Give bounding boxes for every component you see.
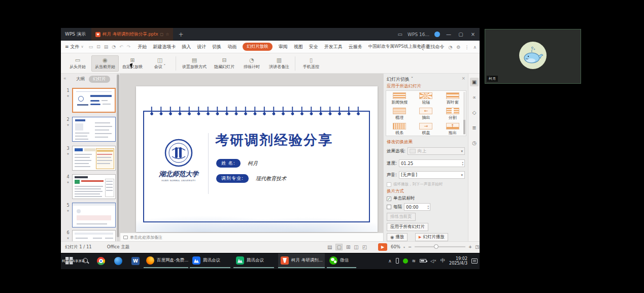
- tab-home[interactable]: 开始: [138, 44, 147, 50]
- reading-view-icon[interactable]: ◰: [362, 244, 367, 250]
- avatar[interactable]: [434, 31, 440, 37]
- transition-pane-icon[interactable]: ▣: [470, 78, 479, 86]
- search-icon[interactable]: [418, 45, 422, 49]
- battery-icon[interactable]: [420, 259, 426, 263]
- undo-icon[interactable]: ↶: [119, 44, 123, 49]
- normal-view-icon[interactable]: ▢: [335, 244, 342, 250]
- effect-blinds[interactable]: 百叶窗: [439, 92, 466, 107]
- slide-thumbnail-2[interactable]: [72, 117, 116, 142]
- sound-dropdown[interactable]: [无声音] ▾: [399, 171, 465, 179]
- play-button[interactable]: ◉ 播放: [387, 233, 408, 241]
- speed-spinner[interactable]: 01.25 ▴▾: [399, 159, 465, 167]
- apply-to-all-button[interactable]: 应用于所有幻灯片: [387, 223, 428, 231]
- from-current-button[interactable]: ◉ 从当前开始: [91, 55, 119, 72]
- effect-pull[interactable]: ←分割抽出: [413, 107, 439, 122]
- effect-push[interactable]: ↑推出: [439, 122, 466, 138]
- animation-pane-icon[interactable]: ◇: [470, 108, 479, 117]
- rehearse-timing-button[interactable]: ◔ 排练计时: [238, 56, 265, 71]
- phone-icon[interactable]: [396, 258, 399, 264]
- from-beginning-button[interactable]: ▭ 从头开始: [64, 56, 91, 71]
- restore-button[interactable]: ▢: [457, 31, 464, 37]
- tab-outline[interactable]: 大纲: [76, 76, 85, 82]
- slide-thumbnail-4[interactable]: [72, 174, 116, 199]
- redo-icon[interactable]: ↷: [127, 44, 131, 49]
- zoom-slider[interactable]: [415, 246, 465, 247]
- effect-checker[interactable]: →棋盘: [413, 122, 439, 138]
- loop-sound-checkbox[interactable]: 循环播放，到下一声音开始时: [387, 182, 443, 187]
- star-icon[interactable]: ☆: [165, 32, 169, 37]
- tab-design[interactable]: 设计: [197, 44, 206, 50]
- taskbar-tencent-meeting-2[interactable]: 腾讯会议: [233, 253, 274, 268]
- effect-comb[interactable]: 梳理: [386, 107, 413, 122]
- notification-center-icon[interactable]: [471, 258, 478, 264]
- interval-spinner[interactable]: 00:00 ▴▾: [404, 203, 430, 211]
- tab-view[interactable]: 视图: [294, 44, 303, 50]
- collapse-panel-icon[interactable]: «: [63, 76, 66, 81]
- two-page-view-icon[interactable]: ◫: [354, 244, 358, 250]
- university-logo[interactable]: 湖北师范大学 HUBEI NORMAL UNIVERSITY: [150, 138, 207, 182]
- slide-canvas[interactable]: 湖北师范大学 HUBEI NORMAL UNIVERSITY 考研调剂经验分享 …: [136, 86, 378, 232]
- slide-title[interactable]: 考研调剂经验分享: [215, 131, 333, 149]
- tab-animation[interactable]: 动画: [227, 44, 236, 50]
- zoom-level[interactable]: 60%: [391, 244, 400, 249]
- find-command[interactable]: 查找命令: [426, 44, 444, 50]
- account-label[interactable]: WPS 16...: [408, 32, 429, 37]
- effect-newsflash[interactable]: 新闻快报: [386, 92, 413, 107]
- sync-icon[interactable]: ◔: [112, 44, 116, 49]
- zoom-out-button[interactable]: −: [408, 244, 412, 249]
- taskbar-browser-app[interactable]: [112, 253, 125, 268]
- effect-lines[interactable]: 线条: [386, 122, 413, 138]
- spinner-arrows-icon[interactable]: ▴▾: [462, 160, 463, 167]
- minimize-button[interactable]: —: [445, 31, 452, 37]
- taskbar-wechat[interactable]: 微信: [327, 253, 356, 268]
- gear-icon[interactable]: ⚙: [456, 45, 460, 50]
- monitor-icon[interactable]: ▭: [398, 31, 402, 37]
- file-menu[interactable]: ≡ 文件 ∨: [65, 44, 84, 50]
- slide-thumbnail-3[interactable]: [72, 146, 116, 171]
- wechat-tray-icon[interactable]: [403, 258, 408, 264]
- fit-window-icon[interactable]: ◳: [475, 244, 479, 249]
- taskbar-tencent-meeting-1[interactable]: 腾讯会议: [190, 253, 230, 268]
- setup-show-button[interactable]: ▤ 设置放映方式: [178, 56, 211, 71]
- tray-expand-icon[interactable]: ∧: [388, 258, 392, 264]
- chevron-down-icon[interactable]: ▾: [403, 245, 405, 249]
- speaker-muted-icon[interactable]: ◁×: [430, 258, 436, 264]
- taskbar-word[interactable]: W: [129, 253, 142, 268]
- close-icon[interactable]: ×: [461, 76, 465, 81]
- effect-option-dropdown[interactable]: 向上 ▾: [408, 147, 465, 155]
- meeting-button[interactable]: ◫ 会议 ˇ: [146, 56, 174, 71]
- tab-insert[interactable]: 插入: [182, 44, 191, 50]
- rehearse-current-button[interactable]: 排练当前页: [387, 213, 416, 221]
- major-field[interactable]: 调剂专业: 现代教育技术: [216, 174, 286, 183]
- zoom-slider-thumb[interactable]: [434, 244, 438, 249]
- slide-thumbnail-1[interactable]: [72, 88, 116, 113]
- tab-transition[interactable]: 切换: [212, 44, 221, 50]
- sorter-view-icon[interactable]: ⊞: [346, 244, 350, 250]
- hide-slide-button[interactable]: ⊟ 隐藏幻灯片: [211, 56, 238, 71]
- theme-name[interactable]: Office 主题: [107, 244, 130, 250]
- slideshow-play-button[interactable]: ▶ 幻灯片播放: [415, 233, 448, 241]
- transition-panel-title[interactable]: 幻灯片切换 ˇ: [387, 76, 413, 83]
- slide-canvas-area[interactable]: 湖北师范大学 HUBEI NORMAL UNIVERSITY 考研调剂经验分享 …: [120, 74, 383, 241]
- slide-thumbnail-5[interactable]: [72, 203, 116, 227]
- tab-new[interactable]: 新建选项卡: [153, 44, 176, 50]
- preview-icon[interactable]: ▤: [104, 44, 109, 49]
- notes-view-icon[interactable]: ▤: [327, 244, 332, 250]
- input-method-indicator[interactable]: 中: [440, 257, 445, 264]
- on-click-checkbox[interactable]: ✓ 单击鼠标时: [387, 196, 415, 202]
- tab-cloud[interactable]: 云服务: [349, 44, 362, 50]
- notes-bar[interactable]: 单击此处添加备注: [120, 233, 383, 241]
- speaker-notes-button[interactable]: ▥ 演讲者备注: [265, 56, 293, 71]
- effect-split[interactable]: 分割: [439, 107, 466, 122]
- taskbar-chrome[interactable]: [94, 253, 108, 268]
- phone-remote-button[interactable]: ▯ 手机遥控: [297, 56, 325, 71]
- meeting-video-thumbnail[interactable]: 柯月: [485, 29, 581, 84]
- tab-security[interactable]: 安全: [309, 44, 318, 50]
- close-button[interactable]: ×: [469, 31, 477, 37]
- interval-checkbox[interactable]: 每隔 00:00 ▴▾: [387, 203, 430, 211]
- theme-icon[interactable]: ◔: [448, 45, 452, 50]
- new-tab-button[interactable]: +: [178, 31, 183, 38]
- tab-slideshow[interactable]: 幻灯片放映: [243, 43, 273, 51]
- document-tab[interactable]: 柯月 考研调剂经验分享.pptx ◻ ☆: [91, 28, 173, 41]
- print-icon[interactable]: ⊡: [96, 44, 100, 49]
